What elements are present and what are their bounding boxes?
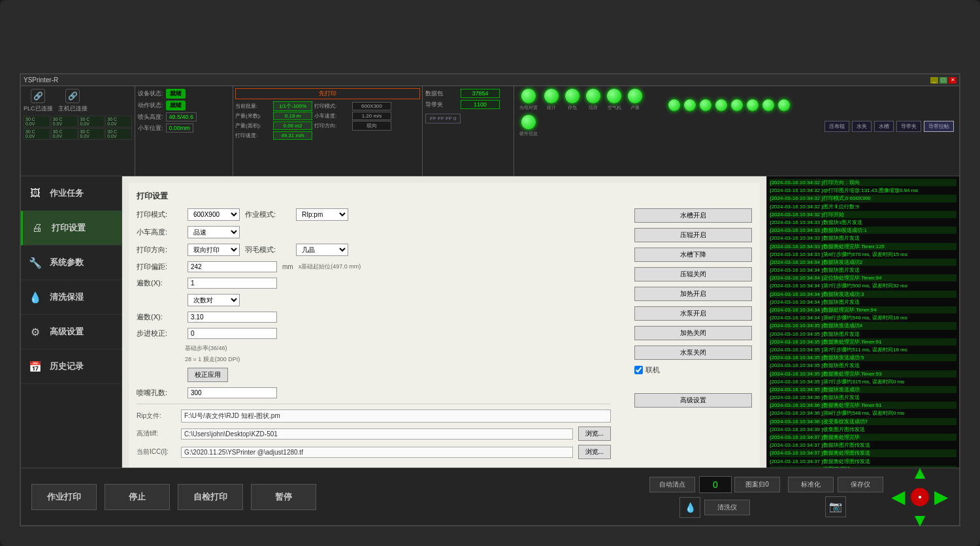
stop-center-btn[interactable]: ● <box>911 488 929 506</box>
form-title: 打印设置 <box>137 191 752 202</box>
water-stop-btn[interactable]: 水槽下降 <box>634 248 752 262</box>
belt-clamp-btn[interactable]: 导带夹 <box>896 121 921 132</box>
water-close-btn[interactable]: 水泵关闭 <box>634 345 752 360</box>
plc-status: 🔗 PLC已连接 <box>24 89 53 113</box>
sub-cell: 30 C0.0V <box>78 116 105 127</box>
passes-input[interactable] <box>188 278 277 289</box>
stop-btn[interactable]: 停止 <box>105 484 170 510</box>
heat-close-btn[interactable]: 加热关闭 <box>634 326 752 340</box>
log-entry: {2024-03-16 10:34:32 }打印模式:0 600X300 <box>770 195 956 202</box>
water-open-btn[interactable]: 水泵开启 <box>634 306 752 321</box>
tiff-path-value: C:\Users\john\Desktop\KZD-501 <box>181 428 573 440</box>
water-icon[interactable]: 💧 <box>679 497 700 518</box>
correct-apply-btn[interactable]: 校正应用 <box>188 368 228 382</box>
log-entry: {2024-03-16 10:34:33 }第4行步骤约670 ms, 误差时间… <box>770 251 956 258</box>
log-entry: {2024-03-16 10:34:35 }第7行步骤约511 ms, 误差时间… <box>770 346 956 353</box>
mode-select[interactable]: 600X900 <box>188 208 240 221</box>
press-open-btn[interactable]: 压辊开启 <box>634 228 752 242</box>
sidebar-item-history[interactable]: 📅 历史记录 <box>21 349 122 384</box>
step-correct-label: 步进校正: <box>137 329 182 338</box>
advanced-settings-btn[interactable]: 高级设置 <box>634 393 752 408</box>
minimize-button[interactable]: _ <box>930 77 938 84</box>
log-entry: {2024-03-16 10:34:33 }数据块0发送成功:1 <box>770 227 956 234</box>
sidebar-item-clean[interactable]: 💧 清洗保湿 <box>21 280 122 315</box>
feather-select[interactable]: 几晶 <box>296 244 348 256</box>
sidebar-item-system[interactable]: 🔧 系统参数 <box>21 246 122 280</box>
icc-path-label: 当前ICC(I]: <box>137 447 176 457</box>
sidebar-item-print[interactable]: 🖨 打印设置 <box>21 211 122 246</box>
work-mode-field-label: 作业模式: <box>245 210 291 219</box>
offset-note: x基础起始位(497.0 mm) <box>299 263 361 271</box>
window-controls: _ □ ✕ <box>930 77 956 84</box>
nozzle-hole-label: 喷嘴孔数: <box>137 388 182 398</box>
counter1-label: 数据包 <box>425 89 458 98</box>
passes3-input[interactable] <box>188 312 277 323</box>
counter-display: 0 <box>699 476 732 493</box>
nav-right-btn[interactable]: ▶ <box>934 486 949 507</box>
nav-up-btn[interactable]: ▲ <box>911 462 929 483</box>
water-start-btn[interactable]: 水槽开启 <box>634 208 752 223</box>
work-mode-select[interactable]: RIp:pm <box>296 208 348 221</box>
link-checkbox[interactable] <box>634 366 643 374</box>
log-entry: {2024-03-16 10:34:36 }数据块图片发送 <box>770 394 956 401</box>
passes3-label: 遍数(X): <box>137 312 182 322</box>
calibrate-btn[interactable]: 标准化 <box>788 477 834 492</box>
step-correct-input[interactable] <box>188 328 277 339</box>
offset-field-label: 打印偏距: <box>137 262 182 272</box>
nozzle-hole-input[interactable] <box>188 387 277 398</box>
print-icon: 🖨 <box>28 219 46 237</box>
pause-btn[interactable]: 暂停 <box>251 484 316 510</box>
nav-down-btn[interactable]: ▼ <box>911 510 929 531</box>
close-button[interactable]: ✕ <box>949 77 956 84</box>
maximize-button[interactable]: □ <box>939 77 947 84</box>
job-print-btn[interactable]: 作业打印 <box>31 484 97 510</box>
camera-icon[interactable]: 📷 <box>825 496 846 517</box>
cart-pos-label: 小车位置: <box>138 124 163 133</box>
sub-cell: 30 C0.0V <box>24 128 50 140</box>
small-light <box>731 99 743 111</box>
screen: YSPrinter-R _ □ ✕ 🔗 PLC已连接 🔗 主机已连接 <box>20 73 960 526</box>
browse1-btn[interactable]: 浏览... <box>578 426 611 441</box>
auto-start-btn[interactable]: 自动清点 <box>649 477 695 492</box>
sidebar-item-advanced[interactable]: ⚙ 高级设置 <box>21 315 122 349</box>
browse2-btn[interactable]: 浏览... <box>578 445 611 459</box>
log-entry: {2024-03-16 10:34:36 }数据奥处理完毕.Timer:91 <box>770 402 956 409</box>
self-check-btn[interactable]: 自检打印 <box>178 484 243 510</box>
master-status: 🔗 主机已连接 <box>58 89 88 113</box>
tank-btn[interactable]: 水槽 <box>874 121 894 132</box>
reset-btn[interactable]: 图案归0 <box>734 477 780 492</box>
print-dir-label: 打印方向: <box>314 122 350 129</box>
passes2-select[interactable]: 次数对 <box>188 294 240 306</box>
save-btn[interactable]: 保存仪 <box>838 477 883 492</box>
title-bar: YSPrinter-R _ □ ✕ <box>21 74 959 86</box>
heat-open-btn[interactable]: 加热开启 <box>634 287 752 301</box>
log-entry: {2024-03-16 10:34:34 }定位快处理完毕.Timer:94 <box>770 274 956 281</box>
small-light <box>700 99 711 111</box>
feather-field-label: 羽毛模式: <box>245 245 291 255</box>
press-close-btn[interactable]: 压辊关闭 <box>634 267 752 281</box>
sub-cell: 30 C0.0V <box>105 128 132 140</box>
water-clamp-btn[interactable]: 水夹 <box>852 121 872 132</box>
log-entry: {2024-03-16 10:34:35 }数据块图片发送 <box>770 330 956 338</box>
log-entry: {2024-03-16 10:34:33 }数据块1图片发送 <box>770 219 956 226</box>
clean-btn[interactable]: 清洗仪 <box>704 500 750 515</box>
log-entry: {2024-03-16 10:34:35 }数据块图片发送 <box>770 362 956 369</box>
nav-left-btn[interactable]: ◀ <box>891 486 906 507</box>
pressure-roller-btn[interactable]: 压布辊 <box>825 121 849 132</box>
offset-input[interactable] <box>188 261 277 272</box>
sidebar-item-tasks[interactable]: 🖼 作业任务 <box>21 176 122 211</box>
cart-height-select[interactable]: 品速 <box>188 226 240 238</box>
belt-pull-btn[interactable]: 导带拉帖 <box>924 121 954 132</box>
log-entry: {2024-03-16 10:34:35 }数据奥处理完毕.Timer:93 <box>770 370 956 377</box>
ff-buttons[interactable]: FF FF FF 0 <box>425 114 461 123</box>
print-dir-select[interactable]: 双向打印 <box>188 244 240 256</box>
counter2-label: 导带夹 <box>425 101 458 109</box>
batch-label: 当前批量: <box>235 103 271 110</box>
link-row: 联机 <box>634 365 752 375</box>
log-entry: {2024-03-16 10:34:35 }数据块发送成功 <box>770 386 956 393</box>
app-title: YSPrinter-R <box>24 76 58 84</box>
small-light <box>762 99 774 111</box>
log-entry: {2024-03-16 10:34:32 }打印开始 <box>770 211 956 218</box>
offset-unit: mm <box>282 263 293 270</box>
mode-label: 打印模式: <box>314 103 350 110</box>
